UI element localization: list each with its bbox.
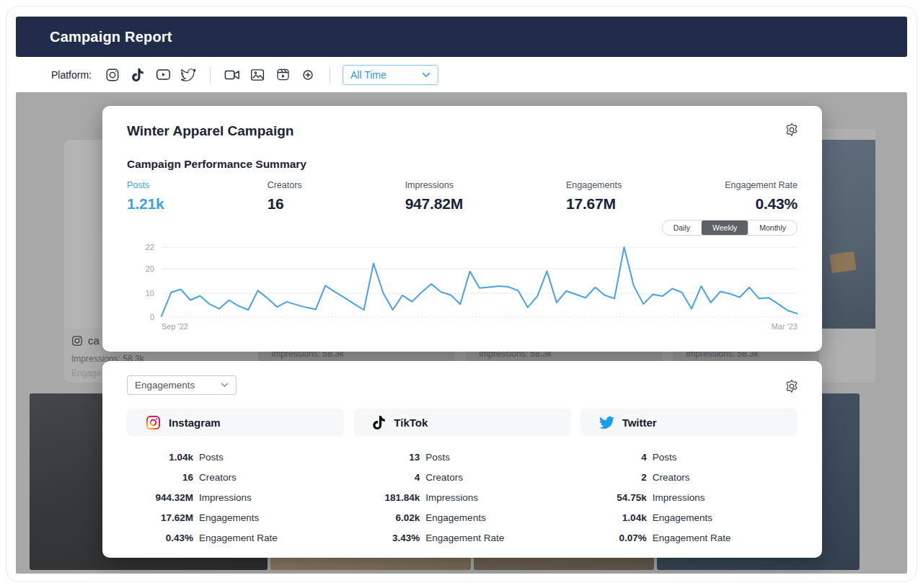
platform-column-tiktok: TikTok 13Posts4Creators181.84kImpression… [353, 409, 570, 548]
stat-value: 1.04k [580, 512, 647, 523]
stat-label: Engagement Rate [425, 533, 504, 543]
breakdown-settings-button[interactable] [783, 378, 800, 396]
instagram-icon [71, 335, 83, 347]
metric-select[interactable]: Engagements [127, 375, 237, 395]
stat-value: 54.75k [580, 492, 647, 503]
stat-label: Engagement Rate [653, 533, 731, 543]
stat-value: 0.07% [580, 533, 647, 543]
app-window: Campaign Report Platform: [6, 6, 917, 582]
stat-label: Engagements [653, 512, 712, 523]
stat-value: 1.04k [127, 452, 193, 463]
stat-label: Engagements [425, 512, 485, 523]
platform-stats: 4Posts2Creators54.75kImpressions1.04kEng… [580, 447, 798, 548]
gear-icon [784, 378, 800, 394]
granularity-toggle: Daily Weekly Monthly [662, 220, 798, 236]
stat-label: Engagements [199, 512, 259, 523]
stat-value: 944.32M [127, 492, 193, 503]
tiktok-icon [372, 416, 386, 429]
platform-header-twitter: Twitter [580, 409, 798, 436]
platform-stat-row: 0.07%Engagement Rate [580, 527, 798, 548]
stat-impressions[interactable]: Impressions 947.82M [405, 180, 463, 213]
platform-name: TikTok [394, 416, 428, 429]
youtube-filter-button[interactable] [154, 66, 172, 84]
stat-label: Impressions [425, 492, 478, 503]
platform-stat-row: 181.84kImpressions [353, 487, 570, 507]
chevron-down-icon [422, 72, 430, 78]
time-range-value: All Time [350, 69, 387, 81]
tiktok-icon [131, 68, 144, 81]
stat-value: 181.84k [353, 492, 420, 503]
stat-creators[interactable]: Creators 16 [268, 180, 302, 213]
platform-filter-label: Platform: [51, 69, 92, 81]
stat-value: 6.02k [353, 512, 420, 523]
stat-posts[interactable]: Posts 1.21k [127, 180, 164, 213]
dimmed-background: ca Impressions: 58.3k Engage Impressions… [16, 92, 907, 574]
stat-value: 4 [580, 452, 647, 463]
tiktok-filter-button[interactable] [128, 66, 147, 84]
stat-value: 17.62M [127, 512, 193, 523]
twitter-icon [181, 68, 195, 82]
metric-select-value: Engagements [135, 380, 195, 391]
platform-column-twitter: Twitter 4Posts2Creators54.75kImpressions… [580, 409, 798, 548]
platform-stat-row: 1.04kEngagements [580, 507, 798, 527]
platform-stats: 13Posts4Creators181.84kImpressions6.02kE… [353, 447, 570, 548]
toolbar-divider [210, 67, 211, 83]
twitter-filter-button[interactable] [179, 66, 198, 84]
image-icon [250, 68, 265, 82]
stat-value: 0.43% [127, 533, 193, 543]
granularity-daily[interactable]: Daily [663, 220, 701, 235]
platform-stat-row: 0.43%Engagement Rate [127, 527, 344, 548]
target-filter-button[interactable] [299, 66, 317, 84]
stat-label: Posts [425, 452, 450, 463]
stat-label: Impressions [199, 492, 252, 503]
target-plus-icon [301, 68, 315, 82]
stat-label: Creators [425, 472, 463, 483]
platform-name: Twitter [622, 416, 657, 429]
svg-text:10: 10 [146, 289, 154, 298]
svg-text:Sep '22: Sep '22 [162, 322, 188, 331]
stat-value: 2 [580, 472, 647, 483]
image-filter-button[interactable] [248, 66, 267, 84]
stat-label: Posts [199, 452, 224, 463]
platform-breakdown-card: Engagements [102, 361, 822, 558]
platform-column-instagram: Instagram 1.04kPosts16Creators944.32MImp… [127, 409, 344, 548]
video-filter-button[interactable] [223, 66, 242, 84]
stat-engagements[interactable]: Engagements 17.67M [566, 180, 622, 213]
reels-icon [276, 68, 290, 81]
stat-value: 4 [353, 472, 420, 483]
toolbar-divider [330, 67, 330, 83]
platform-name: Instagram [169, 416, 221, 429]
app-header: Campaign Report [16, 17, 907, 57]
platform-stat-row: 13Posts [353, 447, 570, 467]
stat-label: Engagement Rate [199, 533, 278, 543]
post-photo [822, 140, 875, 329]
platform-stat-row: 4Creators [353, 467, 570, 487]
page-title: Campaign Report [50, 29, 172, 45]
granularity-weekly[interactable]: Weekly [701, 220, 748, 235]
platform-stat-row: 2Creators [580, 467, 798, 487]
stat-engagement-rate[interactable]: Engagement Rate 0.43% [725, 180, 798, 213]
reels-filter-button[interactable] [273, 66, 292, 84]
engagement-trend-chart: 2220100Sep '22Mar '23 [127, 241, 798, 337]
platform-stat-row: 3.43%Engagement Rate [353, 527, 570, 548]
platform-header-instagram: Instagram [127, 409, 344, 436]
platform-stats: 1.04kPosts16Creators944.32MImpressions17… [127, 447, 344, 548]
filter-toolbar: Platform: [16, 57, 907, 92]
platform-stat-row: 16Creators [127, 467, 344, 487]
instagram-filter-button[interactable] [103, 66, 122, 84]
time-range-select[interactable]: All Time [343, 65, 438, 85]
twitter-icon [599, 415, 614, 430]
stat-label: Impressions [653, 492, 705, 503]
summary-settings-button[interactable] [783, 122, 800, 139]
svg-text:Mar '23: Mar '23 [772, 322, 798, 331]
stat-value: 16 [127, 472, 193, 483]
granularity-monthly[interactable]: Monthly [748, 220, 797, 235]
campaign-title: Winter Apparel Campaign [127, 123, 798, 139]
stat-label: Posts [653, 452, 677, 463]
platform-stat-row: 1.04kPosts [127, 447, 344, 467]
stat-value: 13 [353, 452, 420, 463]
campaign-summary-card: Winter Apparel Campaign Campaign Perform… [102, 106, 822, 352]
platform-header-tiktok: TikTok [353, 409, 570, 436]
denim-patch [829, 251, 856, 273]
stat-value: 3.43% [353, 533, 420, 543]
